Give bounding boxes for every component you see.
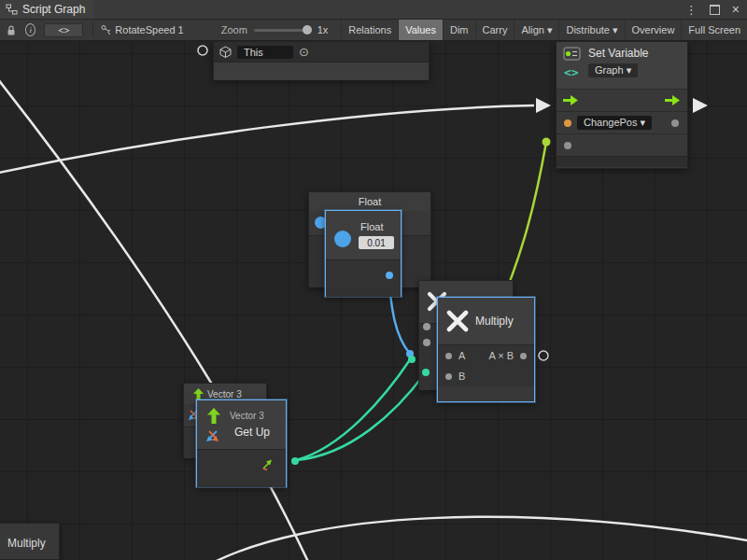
wire-flow-top (0, 105, 534, 174)
tab-script-graph[interactable]: Script Graph (0, 0, 94, 19)
wire-flow-bottom (207, 517, 747, 560)
toolbar-button-align[interactable]: Align ▾ (514, 20, 558, 40)
node-title: Multiply (475, 315, 514, 328)
toolbar-button-fullscreen[interactable]: Full Screen (681, 20, 747, 40)
port-row-a: A A × B (438, 345, 534, 366)
variable-scope-dropdown[interactable]: Graph ▾ (588, 63, 638, 77)
this-object-field[interactable]: This (237, 46, 293, 59)
variable-name-port[interactable] (564, 119, 571, 127)
info-icon[interactable]: i (25, 23, 35, 36)
vector3-up-icon (207, 408, 220, 424)
title-bar: Script Graph ⋮ × (0, 0, 747, 20)
toolbar-button-distribute[interactable]: Distribute ▾ (558, 20, 624, 40)
close-icon[interactable]: × (732, 3, 740, 16)
port-row-b: B (438, 366, 534, 386)
flow-row (557, 89, 687, 111)
wire-flow-diagonal (0, 75, 310, 560)
breadcrumb-graph-name[interactable]: RotateSpeed 1 (115, 24, 183, 35)
output-port-result[interactable] (520, 353, 527, 359)
wire-arrowhead-into-setvariable (536, 98, 551, 113)
node-get-up[interactable]: Vector 3 Get Up (196, 399, 287, 487)
object-picker-icon[interactable]: ⊙ (299, 46, 309, 58)
toolbar-button-values[interactable]: Values (398, 20, 443, 40)
zoom-value: 1x (317, 24, 329, 35)
zoom-slider[interactable] (254, 29, 311, 32)
flow-output-arrow-icon[interactable] (665, 94, 681, 106)
input-port-b[interactable] (445, 373, 452, 380)
float-output-port[interactable] (386, 272, 393, 279)
node-type-label: Vector 3 (207, 389, 242, 399)
set-variable-icon: <> (562, 46, 585, 81)
node-multiply-corner[interactable]: Multiply (0, 523, 60, 560)
variable-output-port[interactable] (671, 119, 679, 127)
port-b-label: B (458, 371, 465, 382)
node-title: Float (309, 192, 430, 211)
tab-label: Script Graph (22, 3, 85, 16)
teal-wire-endpoint-a (408, 356, 416, 363)
wire-getup-to-multiply-a (296, 358, 411, 460)
result-label: A × B (488, 350, 514, 361)
unity-visual-scripting-window: Script Graph ⋮ × i <> RotateSpeed 1 Zoom… (0, 0, 747, 560)
maximize-icon[interactable] (710, 5, 720, 15)
input-port-a[interactable] (445, 353, 452, 359)
node-title: Set Variable (588, 47, 648, 60)
node-float[interactable]: Float 0.01 (325, 210, 402, 297)
variable-row: ChangePos ▾ (557, 111, 687, 133)
graph-toolbar: i <> RotateSpeed 1 Zoom 1x Relations Val… (0, 20, 747, 41)
node-footer (557, 156, 687, 167)
graph-canvas[interactable]: This ⊙ <> Set Variable Graph ▾ (0, 41, 747, 560)
node-title: Get Up (234, 426, 270, 439)
variable-name-dropdown[interactable]: ChangePos ▾ (577, 116, 652, 130)
toolbar-button-overview[interactable]: Overview (625, 20, 682, 40)
flow-input-arrow-icon[interactable] (563, 94, 579, 106)
multiply-result-port-outline (539, 351, 548, 360)
node-set-variable[interactable]: <> Set Variable Graph ▾ (556, 41, 688, 169)
node-title: Multiply (7, 537, 46, 550)
value-input-port[interactable] (564, 142, 571, 149)
wire-getup-to-multiply-b (296, 373, 425, 460)
node-this-body (214, 62, 429, 80)
multiply-icon (446, 310, 469, 332)
lime-wire-endpoint (543, 138, 551, 147)
toolbar-button-dim[interactable]: Dim (443, 20, 475, 40)
node-this[interactable]: This ⊙ (213, 41, 430, 80)
script-graph-icon (6, 4, 18, 15)
window-menu-icon[interactable]: ⋮ (685, 4, 698, 16)
graph-asset-icon (101, 24, 110, 35)
node-title: Float (360, 221, 383, 232)
node-multiply[interactable]: Multiply A A × B B (437, 297, 535, 402)
lock-icon[interactable] (6, 24, 17, 36)
zoom-label: Zoom (221, 24, 247, 35)
this-input-port (198, 46, 207, 55)
vector3-output-icon (261, 458, 274, 471)
getup-output-port (291, 457, 299, 465)
svg-text:<>: <> (564, 65, 579, 79)
toolbar-button-relations[interactable]: Relations (341, 20, 398, 40)
edit-source-button[interactable]: <> (44, 23, 83, 37)
zoom-slider-handle[interactable] (303, 25, 312, 35)
cube-icon (219, 46, 232, 58)
blue-wire-endpoint (406, 350, 414, 357)
toolbar-separator (92, 22, 93, 37)
float-type-icon (334, 231, 351, 247)
vector3-axes-icon (204, 427, 220, 443)
float-value-field[interactable]: 0.01 (359, 236, 394, 249)
port-a-label: A (458, 350, 465, 361)
wire-arrowhead-outgoing (693, 98, 708, 113)
value-row (557, 133, 687, 156)
node-type-label: Vector 3 (230, 411, 264, 421)
vector3-up-icon (193, 388, 204, 400)
toolbar-button-carry[interactable]: Carry (475, 20, 514, 40)
